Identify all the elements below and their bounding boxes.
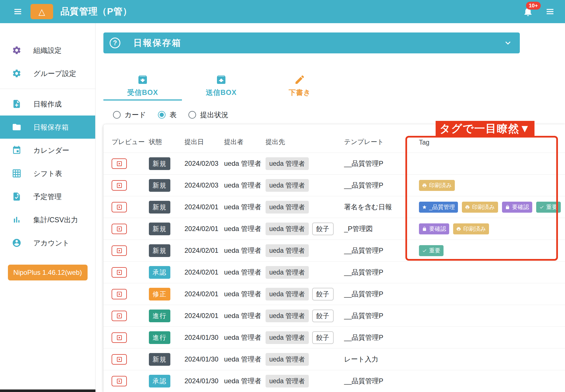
recipient-chip: ueda 管理者 [266,353,309,366]
sidebar-item-label: 日報保存箱 [33,123,69,132]
column-header: Tag [419,139,565,146]
radio-icon [188,111,196,119]
cell-date: 2024/02/01 [184,268,224,276]
help-icon[interactable]: ? [110,38,120,48]
preview-button[interactable] [112,202,127,212]
view-option-提出状況[interactable]: 提出状況 [188,110,228,119]
preview-button[interactable] [112,332,127,343]
cell-preview [112,267,149,278]
status-badge: 新規 [149,201,170,214]
cell-status: 承認 [149,266,184,279]
status-badge: 新規 [149,223,170,235]
sidebar-item-7[interactable]: 予定管理 [0,185,95,208]
slideshow-icon [116,313,123,319]
cell-template: __品質管理P [344,311,419,320]
preview-button[interactable] [112,311,127,321]
sidebar-item-label: 組織設定 [33,46,62,55]
cell-template: __品質管理P [344,333,419,342]
report-table: プレビュー状態提出日提出者提出先テンプレートTag 新規2024/02/03ue… [103,124,565,392]
app-logo[interactable]: △ [31,4,53,19]
status-badge: 修正 [149,288,170,300]
tag-重要: 重要 [536,202,561,213]
version-button[interactable]: NipoPlus 1.46.12(web) [8,265,88,280]
recipient-chip: ueda 管理者 [266,310,309,322]
lock-icon [505,205,510,210]
preview-button[interactable] [112,289,127,299]
preview-button[interactable] [112,158,127,169]
table-row[interactable]: 新規2024/01/30ueda 管理者ueda 管理者レート入力 [103,348,565,370]
check-icon [539,205,544,210]
tab-送信BOX[interactable]: 送信BOX [182,71,260,101]
cell-submitter: ueda 管理者 [224,246,266,255]
table-row[interactable]: 承認2024/02/01ueda 管理者ueda 管理者__品質管理P [103,261,565,283]
table-row[interactable]: 新規2024/02/03ueda 管理者ueda 管理者__品質管理P印刷済み [103,174,565,196]
notifications-button[interactable]: 10+ [523,6,533,17]
table-row[interactable]: 新規2024/02/01ueda 管理者ueda 管理者餃子_P管理図要確認印刷… [103,218,565,239]
menu-hamburger-icon[interactable] [12,7,23,16]
cell-preview [112,376,149,386]
status-badge: 新規 [149,179,170,192]
sidebar-item-9[interactable]: アカウント [0,231,95,254]
tab-受信BOX[interactable]: 受信BOX [103,71,182,101]
cell-recipients: ueda 管理者 [266,353,344,366]
notification-badge: 10+ [526,2,541,10]
cell-status: 新規 [149,179,184,192]
status-badge: 進行 [149,331,170,344]
cell-submitter: ueda 管理者 [224,376,266,386]
gear-icon [12,45,21,55]
slideshow-icon [116,204,123,210]
table-row[interactable]: 承認2024/01/30ueda 管理者ueda 管理者__品質管理P [103,370,565,392]
preview-button[interactable] [112,245,127,256]
recipient-chip: 餃子 [312,310,334,322]
radio-label: 提出状況 [200,110,228,119]
view-option-表[interactable]: 表 [158,110,177,119]
table-row[interactable]: 新規2024/02/03ueda 管理者ueda 管理者__品質管理P [103,153,565,174]
table-row[interactable]: 進行2024/02/01ueda 管理者ueda 管理者餃子__品質管理P [103,305,565,326]
cell-submitter: ueda 管理者 [224,355,266,364]
cell-date: 2024/02/03 [184,181,224,189]
table-row[interactable]: 進行2024/01/30ueda 管理者ueda 管理者餃子__品質管理P [103,326,565,348]
preview-button[interactable] [112,267,127,278]
sidebar-item-4[interactable]: 日報保存箱 [0,116,95,139]
logo-triangle-icon: △ [38,7,45,17]
preview-button[interactable] [112,354,127,365]
sidebar-item-5[interactable]: カレンダー [0,139,95,162]
slideshow-icon [116,356,123,363]
preview-button[interactable] [112,180,127,191]
sidebar-item-8[interactable]: 集計/CSV出力 [0,208,95,231]
slideshow-icon [116,247,123,254]
recipient-chip: ueda 管理者 [266,244,309,257]
doc-check-icon [12,192,21,201]
right-menu-hamburger-icon[interactable] [545,7,555,16]
radio-label: カード [125,110,146,119]
sidebar-item-1[interactable]: 組織設定 [0,39,95,62]
chevron-down-icon[interactable] [503,38,513,48]
tag-印刷済み: 印刷済み [453,223,489,234]
sidebar-item-label: 集計/CSV出力 [33,215,78,225]
cell-recipients: ueda 管理者 [266,266,344,279]
sidebar-item-3[interactable]: 日報作成 [0,92,95,116]
table-row[interactable]: 新規2024/02/01ueda 管理者ueda 管理者署名を含む日報_品質管理… [103,196,565,218]
sidebar-item-6[interactable]: シフト表 [0,162,95,185]
cell-recipients: ueda 管理者 [266,375,344,387]
template-name: __品質管理P [344,160,383,167]
tag-label: 要確認 [512,203,529,211]
view-option-カード[interactable]: カード [113,110,146,119]
inbox-out-icon [216,74,227,85]
table-row[interactable]: 新規2024/02/01ueda 管理者ueda 管理者__品質管理P重要 [103,239,565,261]
sidebar-item-2[interactable]: グループ設定 [0,62,95,85]
cell-date: 2024/02/01 [184,247,224,254]
cell-status: 進行 [149,331,184,344]
preview-button[interactable] [112,224,127,234]
recipient-chip: ueda 管理者 [266,266,309,279]
submit-date: 2024/02/01 [184,290,218,298]
tab-下書き[interactable]: 下書き [260,71,339,101]
submitter: ueda 管理者 [224,160,261,167]
table-row[interactable]: 修正2024/02/01ueda 管理者ueda 管理者餃子__品質管理P [103,283,565,305]
cell-submitter: ueda 管理者 [224,202,266,212]
sidebar-item-label: グループ設定 [33,69,76,78]
cell-date: 2024/01/30 [184,377,224,385]
cell-recipients: ueda 管理者 [266,244,344,257]
preview-button[interactable] [112,376,127,386]
cell-date: 2024/01/30 [184,334,224,341]
